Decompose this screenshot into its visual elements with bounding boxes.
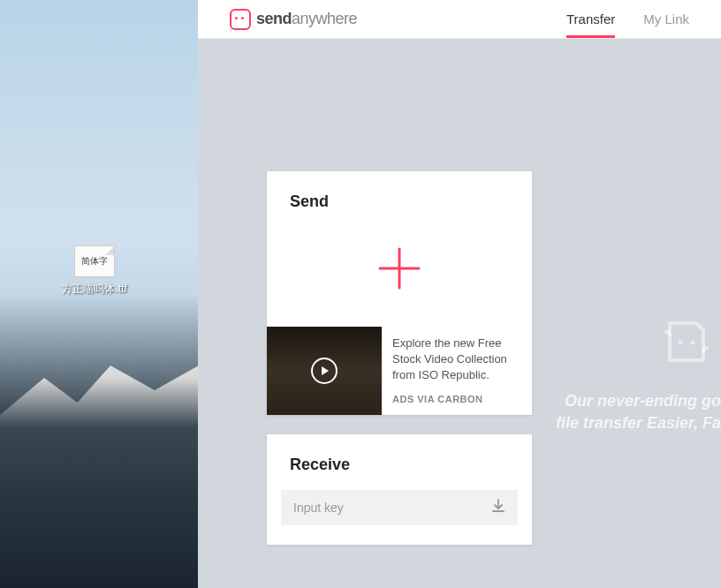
wallpaper-mountain [0,341,198,588]
promo-line2: file transfer Easier, Fa [556,412,721,434]
logo-text: sendanywhere [256,10,357,28]
promo-file-icon [659,316,714,374]
send-card: Send Explore the new Free Stock Video Co… [267,171,532,415]
svg-point-0 [679,341,683,345]
svg-point-1 [691,341,695,345]
logo-light: anywhere [292,10,357,27]
tab-mylink[interactable]: My Link [643,0,689,38]
file-thumbnail-text: 简体字 [81,255,108,268]
desktop-wallpaper: 简体字 方正喵呜体.ttf [0,0,198,588]
promo-text: Our never-ending go file transfer Easier… [556,390,721,434]
download-icon [490,498,506,517]
ad-block[interactable]: Explore the new Free Stock Video Collect… [267,326,532,415]
receive-card: Receive [267,434,532,545]
ad-text-container: Explore the new Free Stock Video Collect… [382,327,532,415]
file-label: 方正喵呜体.ttf [55,283,134,297]
plus-icon [375,244,424,293]
logo-bold: send [256,10,292,27]
send-dropzone[interactable] [267,211,532,326]
receive-submit-button[interactable] [479,490,518,525]
send-title: Send [267,171,532,211]
sendanywhere-app: sendanywhere Transfer My Link Our never-… [198,0,721,588]
receive-input-row [267,474,532,545]
receive-key-input[interactable] [281,490,479,525]
app-body: Our never-ending go file transfer Easier… [198,39,721,588]
ad-thumbnail [267,327,382,415]
promo-line1: Our never-ending go [556,390,721,412]
file-thumbnail: 简体字 [74,245,115,277]
receive-title: Receive [267,434,532,474]
ad-copy: Explore the new Free Stock Video Collect… [392,335,521,384]
logo-icon [230,9,251,30]
app-header: sendanywhere Transfer My Link [198,0,721,39]
play-icon [311,358,338,384]
tab-transfer[interactable]: Transfer [566,0,615,38]
ad-attribution: ADS VIA CARBON [392,393,521,406]
app-logo[interactable]: sendanywhere [230,9,566,30]
desktop-file-icon[interactable]: 简体字 方正喵呜体.ttf [55,245,134,297]
nav-tabs: Transfer My Link [566,0,689,38]
